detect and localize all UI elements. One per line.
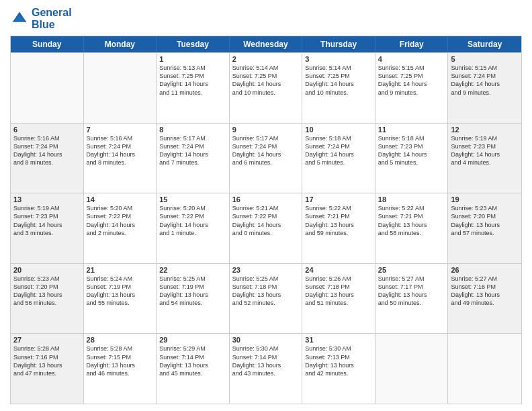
cell-info: Sunrise: 5:15 AMSunset: 7:24 PMDaylight:…	[451, 64, 519, 97]
day-number: 9	[232, 126, 300, 134]
calendar-cell: 8Sunrise: 5:17 AMSunset: 7:24 PMDaylight…	[157, 124, 230, 193]
day-number: 17	[305, 195, 372, 203]
calendar-cell: 24Sunrise: 5:26 AMSunset: 7:18 PMDayligh…	[302, 264, 375, 334]
calendar: SundayMondayTuesdayWednesdayThursdayFrid…	[10, 36, 522, 404]
day-number: 7	[87, 126, 154, 134]
calendar-cell: 3Sunrise: 5:14 AMSunset: 7:25 PMDaylight…	[302, 53, 375, 123]
day-number: 23	[232, 266, 300, 274]
day-number: 31	[305, 336, 372, 344]
cell-info: Sunrise: 5:30 AMSunset: 7:14 PMDaylight:…	[232, 345, 300, 377]
calendar-cell: 11Sunrise: 5:18 AMSunset: 7:23 PMDayligh…	[375, 124, 449, 193]
cell-info: Sunrise: 5:20 AMSunset: 7:22 PMDaylight:…	[87, 204, 154, 237]
calendar-row-2: 13Sunrise: 5:19 AMSunset: 7:23 PMDayligh…	[11, 193, 521, 263]
calendar-cell: 17Sunrise: 5:22 AMSunset: 7:21 PMDayligh…	[302, 193, 375, 263]
day-number: 27	[13, 336, 81, 344]
cell-info: Sunrise: 5:27 AMSunset: 7:16 PMDaylight:…	[451, 275, 519, 308]
cell-info: Sunrise: 5:23 AMSunset: 7:20 PMDaylight:…	[451, 204, 519, 237]
day-number: 11	[378, 126, 445, 134]
day-number: 12	[451, 126, 519, 134]
header-day-monday: Monday	[84, 36, 157, 52]
calendar-cell: 25Sunrise: 5:27 AMSunset: 7:17 PMDayligh…	[375, 264, 449, 334]
calendar-cell	[448, 334, 521, 404]
day-number: 6	[13, 126, 81, 134]
day-number: 8	[159, 126, 226, 134]
header-day-sunday: Sunday	[11, 36, 84, 52]
day-number: 10	[305, 126, 372, 134]
cell-info: Sunrise: 5:14 AMSunset: 7:25 PMDaylight:…	[232, 64, 300, 97]
cell-info: Sunrise: 5:15 AMSunset: 7:25 PMDaylight:…	[378, 64, 445, 97]
day-number: 15	[159, 195, 226, 203]
calendar-cell: 27Sunrise: 5:28 AMSunset: 7:16 PMDayligh…	[11, 334, 84, 404]
day-number: 22	[159, 266, 226, 274]
calendar-cell: 10Sunrise: 5:18 AMSunset: 7:24 PMDayligh…	[302, 124, 375, 193]
calendar-cell: 31Sunrise: 5:30 AMSunset: 7:13 PMDayligh…	[302, 334, 375, 404]
calendar-cell: 14Sunrise: 5:20 AMSunset: 7:22 PMDayligh…	[84, 193, 157, 263]
cell-info: Sunrise: 5:18 AMSunset: 7:24 PMDaylight:…	[305, 134, 372, 167]
day-number: 29	[159, 336, 226, 344]
day-number: 19	[451, 195, 519, 203]
calendar-cell: 20Sunrise: 5:23 AMSunset: 7:20 PMDayligh…	[11, 264, 84, 334]
calendar-cell: 2Sunrise: 5:14 AMSunset: 7:25 PMDaylight…	[230, 53, 303, 123]
cell-info: Sunrise: 5:25 AMSunset: 7:19 PMDaylight:…	[159, 275, 226, 308]
cell-info: Sunrise: 5:14 AMSunset: 7:25 PMDaylight:…	[305, 64, 372, 97]
calendar-cell: 15Sunrise: 5:20 AMSunset: 7:22 PMDayligh…	[157, 193, 230, 263]
header-day-tuesday: Tuesday	[157, 36, 230, 52]
calendar-cell: 22Sunrise: 5:25 AMSunset: 7:19 PMDayligh…	[157, 264, 230, 334]
cell-info: Sunrise: 5:17 AMSunset: 7:24 PMDaylight:…	[159, 134, 226, 167]
header-day-thursday: Thursday	[302, 36, 375, 52]
cell-info: Sunrise: 5:13 AMSunset: 7:25 PMDaylight:…	[159, 64, 226, 97]
cell-info: Sunrise: 5:21 AMSunset: 7:22 PMDaylight:…	[232, 204, 300, 237]
day-number: 5	[451, 55, 519, 63]
calendar-body: 1Sunrise: 5:13 AMSunset: 7:25 PMDaylight…	[11, 52, 521, 404]
day-number: 21	[87, 266, 154, 274]
calendar-cell: 6Sunrise: 5:16 AMSunset: 7:24 PMDaylight…	[11, 124, 84, 193]
calendar-row-4: 27Sunrise: 5:28 AMSunset: 7:16 PMDayligh…	[11, 333, 521, 404]
day-number: 25	[378, 266, 445, 274]
calendar-cell: 1Sunrise: 5:13 AMSunset: 7:25 PMDaylight…	[157, 53, 230, 123]
calendar-cell: 21Sunrise: 5:24 AMSunset: 7:19 PMDayligh…	[84, 264, 157, 334]
day-number: 26	[451, 266, 519, 274]
calendar-cell: 5Sunrise: 5:15 AMSunset: 7:24 PMDaylight…	[448, 53, 521, 123]
cell-info: Sunrise: 5:29 AMSunset: 7:14 PMDaylight:…	[159, 345, 226, 377]
day-number: 2	[232, 55, 300, 63]
calendar-cell: 4Sunrise: 5:15 AMSunset: 7:25 PMDaylight…	[375, 53, 449, 123]
day-number: 14	[87, 195, 154, 203]
cell-info: Sunrise: 5:22 AMSunset: 7:21 PMDaylight:…	[305, 204, 372, 237]
calendar-row-0: 1Sunrise: 5:13 AMSunset: 7:25 PMDaylight…	[11, 52, 521, 123]
calendar-cell: 9Sunrise: 5:17 AMSunset: 7:24 PMDaylight…	[230, 124, 303, 193]
day-number: 4	[378, 55, 445, 63]
calendar-cell: 18Sunrise: 5:22 AMSunset: 7:21 PMDayligh…	[375, 193, 449, 263]
header: General Blue	[10, 7, 522, 30]
calendar-cell: 26Sunrise: 5:27 AMSunset: 7:16 PMDayligh…	[448, 264, 521, 334]
cell-info: Sunrise: 5:18 AMSunset: 7:23 PMDaylight:…	[378, 134, 445, 167]
calendar-cell: 7Sunrise: 5:16 AMSunset: 7:24 PMDaylight…	[84, 124, 157, 193]
cell-info: Sunrise: 5:16 AMSunset: 7:24 PMDaylight:…	[13, 134, 81, 167]
logo: General Blue	[10, 7, 72, 30]
calendar-cell: 28Sunrise: 5:28 AMSunset: 7:15 PMDayligh…	[84, 334, 157, 404]
day-number: 30	[232, 336, 300, 344]
cell-info: Sunrise: 5:28 AMSunset: 7:16 PMDaylight:…	[13, 345, 81, 377]
calendar-cell: 30Sunrise: 5:30 AMSunset: 7:14 PMDayligh…	[230, 334, 303, 404]
cell-info: Sunrise: 5:28 AMSunset: 7:15 PMDaylight:…	[87, 345, 154, 377]
logo-text: General Blue	[32, 7, 72, 30]
cell-info: Sunrise: 5:27 AMSunset: 7:17 PMDaylight:…	[378, 275, 445, 308]
page: General Blue SundayMondayTuesdayWednesda…	[0, 0, 532, 411]
calendar-cell	[84, 53, 157, 123]
day-number: 13	[13, 195, 81, 203]
cell-info: Sunrise: 5:23 AMSunset: 7:20 PMDaylight:…	[13, 275, 81, 308]
cell-info: Sunrise: 5:16 AMSunset: 7:24 PMDaylight:…	[87, 134, 154, 167]
calendar-row-3: 20Sunrise: 5:23 AMSunset: 7:20 PMDayligh…	[11, 263, 521, 334]
calendar-cell: 29Sunrise: 5:29 AMSunset: 7:14 PMDayligh…	[157, 334, 230, 404]
cell-info: Sunrise: 5:26 AMSunset: 7:18 PMDaylight:…	[305, 275, 372, 308]
cell-info: Sunrise: 5:25 AMSunset: 7:18 PMDaylight:…	[232, 275, 300, 308]
calendar-cell	[375, 334, 449, 404]
day-number: 20	[13, 266, 81, 274]
header-day-friday: Friday	[375, 36, 449, 52]
calendar-cell: 13Sunrise: 5:19 AMSunset: 7:23 PMDayligh…	[11, 193, 84, 263]
calendar-cell: 12Sunrise: 5:19 AMSunset: 7:23 PMDayligh…	[448, 124, 521, 193]
cell-info: Sunrise: 5:30 AMSunset: 7:13 PMDaylight:…	[305, 345, 372, 377]
header-day-wednesday: Wednesday	[230, 36, 303, 52]
calendar-row-1: 6Sunrise: 5:16 AMSunset: 7:24 PMDaylight…	[11, 123, 521, 193]
cell-info: Sunrise: 5:24 AMSunset: 7:19 PMDaylight:…	[87, 275, 154, 308]
cell-info: Sunrise: 5:20 AMSunset: 7:22 PMDaylight:…	[159, 204, 226, 237]
